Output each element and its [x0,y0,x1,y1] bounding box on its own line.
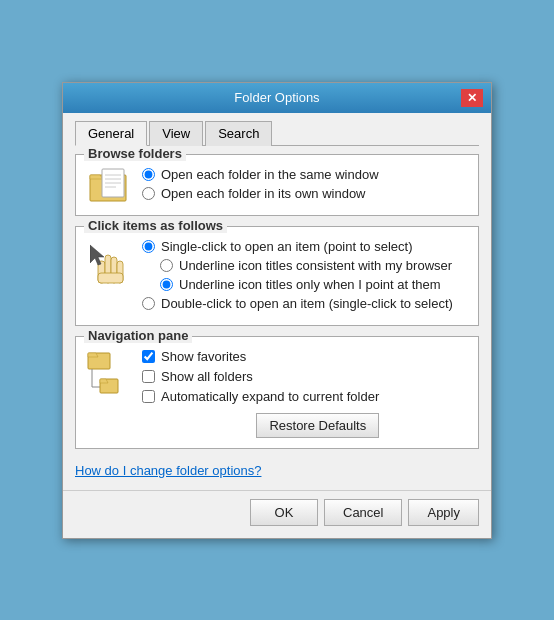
restore-defaults-button[interactable]: Restore Defaults [256,413,379,438]
nav-pane-icon [86,351,134,403]
click-items-options: Single-click to open an item (point to s… [142,239,453,315]
browse-same-window-option[interactable]: Open each folder in the same window [142,167,379,182]
underline-point-radio[interactable] [160,278,173,291]
underline-point-option[interactable]: Underline icon titles only when I point … [160,277,453,292]
double-click-option[interactable]: Double-click to open an item (single-cli… [142,296,453,311]
auto-expand-label[interactable]: Automatically expand to current folder [161,389,379,404]
folder-document-icon [88,167,132,203]
cancel-button[interactable]: Cancel [324,499,402,526]
hand-cursor-icon [90,243,130,293]
show-all-folders-label[interactable]: Show all folders [161,369,253,384]
tab-general[interactable]: General [75,121,147,146]
restore-defaults-row: Restore Defaults [142,413,379,438]
click-items-content: Single-click to open an item (point to s… [86,239,468,315]
underline-browser-radio[interactable] [160,259,173,272]
browse-folders-content: Open each folder in the same window Open… [86,167,468,205]
tab-search[interactable]: Search [205,121,272,146]
auto-expand-checkbox[interactable] [142,390,155,403]
browse-same-window-radio[interactable] [142,168,155,181]
dialog-footer: OK Cancel Apply [63,490,491,538]
show-favorites-checkbox[interactable] [142,350,155,363]
close-button[interactable]: ✕ [461,89,483,107]
help-link[interactable]: How do I change folder options? [75,463,261,478]
single-click-label[interactable]: Single-click to open an item (point to s… [161,239,412,254]
browse-own-window-radio[interactable] [142,187,155,200]
click-items-title: Click items as follows [84,218,227,233]
title-bar: Folder Options ✕ [63,83,491,113]
ok-button[interactable]: OK [250,499,318,526]
tab-view[interactable]: View [149,121,203,146]
nav-pane-options: Show favorites Show all folders Automati… [142,349,379,438]
click-items-icon [86,243,134,293]
double-click-label[interactable]: Double-click to open an item (single-cli… [161,296,453,311]
single-click-option[interactable]: Single-click to open an item (point to s… [142,239,453,254]
tab-bar: General View Search [75,121,479,146]
folder-options-dialog: Folder Options ✕ General View Search Bro… [62,82,492,539]
show-favorites-option[interactable]: Show favorites [142,349,379,364]
dialog-body: General View Search Browse folders [63,113,491,488]
navigation-pane-title: Navigation pane [84,328,192,343]
browse-folders-title: Browse folders [84,146,186,161]
single-click-radio[interactable] [142,240,155,253]
browse-folders-icon [86,167,134,203]
show-favorites-label[interactable]: Show favorites [161,349,246,364]
svg-rect-10 [98,273,123,283]
dialog-title: Folder Options [93,90,461,105]
show-all-folders-option[interactable]: Show all folders [142,369,379,384]
browse-same-window-label[interactable]: Open each folder in the same window [161,167,379,182]
auto-expand-option[interactable]: Automatically expand to current folder [142,389,379,404]
apply-button[interactable]: Apply [408,499,479,526]
browse-own-window-label[interactable]: Open each folder in its own window [161,186,366,201]
underline-point-label[interactable]: Underline icon titles only when I point … [179,277,441,292]
double-click-radio[interactable] [142,297,155,310]
browse-folders-section: Browse folders [75,154,479,216]
navigation-pane-section: Navigation pane [75,336,479,449]
click-items-section: Click items as follows [75,226,479,326]
nav-folders-icon [86,351,130,403]
browse-own-window-option[interactable]: Open each folder in its own window [142,186,379,201]
underline-browser-label[interactable]: Underline icon titles consistent with my… [179,258,452,273]
show-all-folders-checkbox[interactable] [142,370,155,383]
navigation-pane-content: Show favorites Show all folders Automati… [86,349,468,438]
browse-folders-options: Open each folder in the same window Open… [142,167,379,205]
help-link-container: How do I change folder options? [75,459,479,478]
underline-browser-option[interactable]: Underline icon titles consistent with my… [160,258,453,273]
